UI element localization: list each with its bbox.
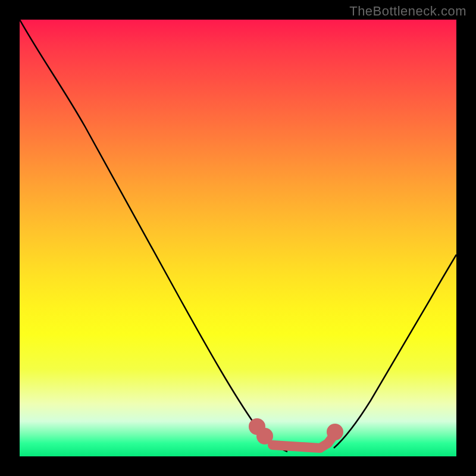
chart-svg — [20, 20, 456, 456]
chart-frame: TheBottleneck.com — [0, 0, 476, 476]
bottom-marker-group — [253, 422, 339, 448]
right-curve-line — [334, 255, 456, 448]
watermark-text: TheBottleneck.com — [349, 4, 466, 19]
left-curve-line — [20, 20, 287, 452]
svg-point-2 — [331, 428, 339, 436]
plot-area — [20, 20, 456, 456]
svg-point-1 — [261, 432, 269, 440]
